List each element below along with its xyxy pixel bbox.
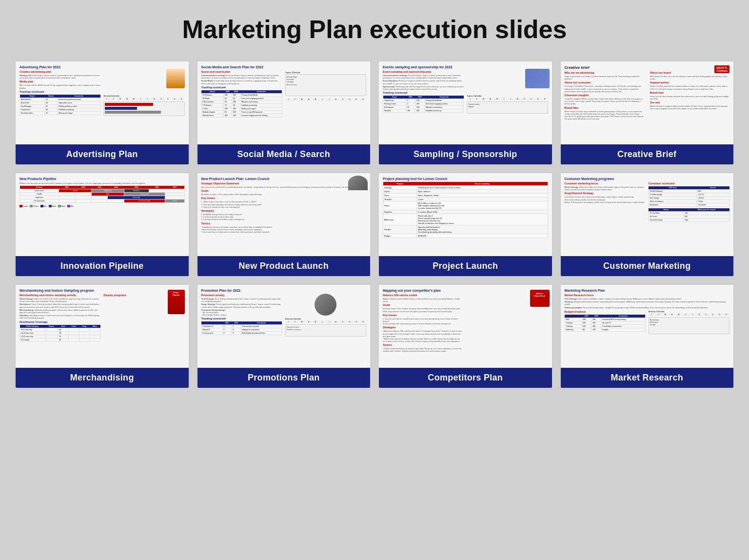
slide-label-sampling: Sampling / Sponsorship bbox=[379, 144, 552, 164]
preview-title-social: Social Media and Search Plan for 2022 bbox=[201, 65, 367, 69]
slide-label-merchandising: Merchandising bbox=[16, 368, 189, 388]
slide-preview-market-research: Marketing Research Plan Market Research … bbox=[561, 285, 734, 368]
preview-title-customer: Customer Marketing programs bbox=[565, 177, 730, 180]
page-title: Marketing Plan execution slides bbox=[10, 10, 739, 49]
slide-label-project: Project Launch bbox=[379, 256, 552, 276]
preview-title-creative: Creative brief bbox=[565, 65, 730, 70]
slide-preview-merchandising: Merchandising and Instore Sampling progr… bbox=[16, 285, 189, 368]
preview-title-merchandising: Merchandising and Instore Sampling progr… bbox=[20, 289, 185, 292]
slide-preview-advertising: Advertising Plan for 2022 Creative adver… bbox=[16, 61, 189, 144]
preview-title-competitors: Mapping out your competitor's plan bbox=[383, 289, 548, 292]
bike-image bbox=[348, 176, 368, 190]
display-image: Gray'sDisplay bbox=[168, 290, 185, 314]
slide-innovation[interactable]: New Products Pipeline Balance our five y… bbox=[15, 172, 190, 277]
person-image bbox=[166, 69, 185, 88]
slide-preview-sampling: Events sampling and sponsorship for 2022… bbox=[379, 61, 552, 144]
bike-promo-image bbox=[315, 294, 336, 316]
slide-preview-competitors: Mapping out your competitor's plan Nabis… bbox=[379, 285, 552, 368]
advertising-score-table: Gray'sNormsComments Aided Recall52Norms … bbox=[20, 95, 100, 115]
preview-title-innovation: New Products Pipeline bbox=[20, 177, 185, 180]
slides-grid: Advertising Plan for 2022 Creative adver… bbox=[10, 59, 739, 391]
slide-label-innovation: Innovation Pipeline bbox=[16, 256, 189, 276]
slide-competitors[interactable]: Mapping out your competitor's plan Nabis… bbox=[378, 284, 553, 389]
slide-creative-brief[interactable]: GRAY'SCookies Creative brief Why are we … bbox=[560, 60, 735, 165]
slide-preview-innovation: New Products Pipeline Balance our five y… bbox=[16, 173, 189, 256]
slide-label-creative: Creative Brief bbox=[561, 144, 734, 164]
slide-preview-promotions: Promotion Plan for 2022 Promotion activi… bbox=[197, 285, 371, 368]
slide-label-competitors: Competitors Plan bbox=[379, 368, 552, 388]
slide-new-product[interactable]: New Product Launch Plan: Lemon Crunch St… bbox=[197, 172, 372, 277]
slide-promotions[interactable]: Promotion Plan for 2022 Promotion activi… bbox=[197, 284, 372, 389]
slide-label-market-research: Market Research bbox=[561, 368, 734, 388]
preview-title-market-research: Marketing Research Plan bbox=[565, 289, 730, 292]
preview-title-new-product: New Product Launch Plan: Lemon Crunch bbox=[201, 177, 367, 180]
slide-label-social: Social Media / Search bbox=[197, 144, 371, 164]
slide-social-media[interactable]: Social Media and Search Plan for 2022 So… bbox=[197, 60, 372, 165]
slide-preview-project: Project planning tool for Lemon Crunch P… bbox=[379, 173, 552, 256]
slide-preview-new-product: New Product Launch Plan: Lemon Crunch St… bbox=[197, 173, 371, 256]
activity-calendar: JFM AMJ JAS OND bbox=[103, 98, 184, 100]
slide-market-research[interactable]: Marketing Research Plan Market Research … bbox=[560, 284, 735, 389]
crowd-image bbox=[525, 69, 550, 88]
slide-label-promotions: Promotions Plan bbox=[197, 368, 371, 388]
pipeline-table: Product2021202220232024202520262027 Lemo… bbox=[20, 186, 185, 203]
grays-logo: GRAY'SCookies bbox=[714, 65, 729, 73]
slide-sampling[interactable]: Events sampling and sponsorship for 2022… bbox=[378, 60, 553, 165]
slide-merchandising[interactable]: Merchandising and Instore Sampling progr… bbox=[15, 284, 190, 389]
project-table: ProjectDirect sampling StrategySampling … bbox=[383, 182, 548, 238]
slide-advertising-plan[interactable]: Advertising Plan for 2022 Creative adver… bbox=[15, 60, 190, 165]
preview-title-promotions: Promotion Plan for 2022 bbox=[201, 289, 367, 292]
slide-project-launch[interactable]: Project planning tool for Lemon Crunch P… bbox=[378, 172, 553, 277]
slide-preview-creative: GRAY'SCookies Creative brief Why are we … bbox=[561, 61, 734, 144]
preview-title-advertising: Advertising Plan for 2022 bbox=[20, 65, 185, 69]
slide-label-customer: Customer Marketing bbox=[561, 256, 734, 276]
slide-label-advertising: Advertising Plan bbox=[16, 144, 189, 164]
preview-title-sampling: Events sampling and sponsorship for 2022 bbox=[383, 65, 548, 69]
preview-title-project: Project planning tool for Lemon Crunch bbox=[383, 177, 548, 180]
slide-customer-marketing[interactable]: Customer Marketing programs Customer mar… bbox=[560, 172, 735, 277]
nabisco-image: NabiscoChips Ahoy! bbox=[530, 290, 550, 307]
slide-preview-customer: Customer Marketing programs Customer mar… bbox=[561, 173, 734, 256]
slide-label-new-product: New Product Launch bbox=[197, 256, 371, 276]
slide-preview-social: Social Media and Search Plan for 2022 So… bbox=[197, 61, 371, 144]
